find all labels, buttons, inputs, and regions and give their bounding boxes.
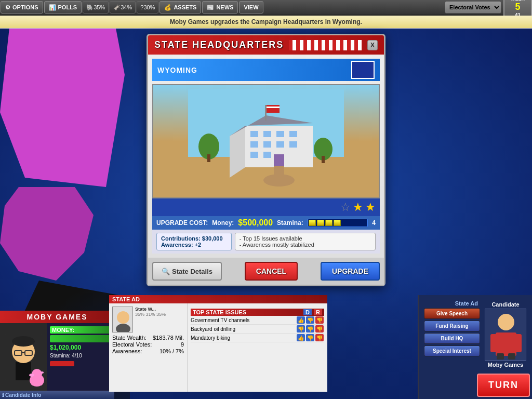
svg-rect-5 [322, 156, 325, 163]
upgrade-cost-bar: UPGRADE COST: Money: $500,000 Stamina: 4 [152, 216, 380, 230]
state-flag [351, 61, 375, 79]
news-button[interactable]: 📰 NEWS [202, 1, 238, 14]
modal-overlay: STATE HEADQUARTERS X WYOMING [0, 29, 532, 399]
options-icon: ⚙ [5, 4, 10, 11]
modal-actions: 🔍 State Details CANCEL UPGRADE [148, 258, 384, 285]
svg-rect-14 [250, 141, 258, 148]
electoral-votes-select[interactable]: Electoral Votes [445, 1, 501, 14]
modal-close-button[interactable]: X [367, 40, 378, 50]
view-button[interactable]: VIEW [239, 1, 263, 14]
building-image [152, 84, 380, 198]
stamina-number: 4 [372, 219, 376, 227]
contributions-box: Contributions: $30,000 Awareness: +2 [156, 233, 232, 250]
star-empty-1: ☆ [340, 201, 351, 214]
polls-icon: 📊 [49, 4, 56, 11]
upgrade-button[interactable]: UPGRADE [321, 262, 380, 281]
upgrade-money-value: $500,000 [238, 218, 273, 228]
svg-rect-16 [276, 141, 284, 148]
benefits-box: - Top 15 Issues available - Awareness mo… [235, 233, 376, 250]
svg-rect-21 [265, 105, 267, 121]
modal-body: WYOMING [148, 55, 384, 258]
svg-rect-13 [289, 131, 297, 137]
svg-rect-20 [274, 154, 284, 167]
stat2-display: 🫏 34% [110, 1, 136, 14]
assets-icon: 💰 [164, 4, 171, 11]
stamina-block-1 [309, 220, 316, 226]
svg-rect-18 [250, 152, 258, 158]
notification-bar: Moby Games upgrades the Campaign Headqua… [0, 16, 532, 29]
state-headquarters-modal: STATE HEADQUARTERS X WYOMING [147, 34, 385, 286]
cancel-button[interactable]: CANCEL [245, 262, 298, 281]
modal-title: STATE HEADQUARTERS [154, 39, 284, 50]
stamina-block-3 [325, 220, 332, 226]
awareness-text: Awareness: +2 [161, 242, 227, 248]
svg-rect-24 [267, 108, 280, 110]
benefit1-text: - Top 15 Issues available [240, 235, 371, 242]
star-rating: ☆ ★ ★ [152, 198, 380, 216]
svg-rect-11 [263, 131, 271, 137]
svg-rect-19 [263, 152, 271, 158]
modal-header: STATE HEADQUARTERS X [148, 35, 384, 55]
svg-rect-12 [276, 131, 284, 137]
state-name: WYOMING [157, 66, 197, 74]
stat1-display: 🐘 35% [83, 1, 109, 14]
star-filled-1: ★ [353, 201, 363, 214]
svg-rect-15 [263, 141, 271, 148]
assets-button[interactable]: 💰 ASSETS [159, 1, 201, 14]
top-bar: ⚙ OPTIONS 📊 POLLS 🐘 35% 🫏 34% ? 30% 💰 AS… [0, 0, 532, 16]
stamina-block-4 [334, 220, 341, 226]
contributions-text: Contributions: $30,000 [161, 235, 227, 242]
svg-rect-26 [274, 166, 284, 182]
stamina-block-2 [317, 220, 324, 226]
svg-rect-10 [250, 131, 258, 137]
state-details-button[interactable]: 🔍 State Details [152, 262, 222, 281]
svg-rect-17 [289, 141, 297, 148]
svg-rect-23 [267, 107, 280, 108]
search-icon: 🔍 [162, 268, 170, 275]
news-icon: 📰 [207, 4, 214, 11]
stat3-display: ? 30% [137, 1, 158, 14]
state-header: WYOMING [152, 59, 380, 81]
polls-button[interactable]: 📊 POLLS [44, 1, 82, 14]
stamina-bar [308, 219, 368, 227]
info-row: Contributions: $30,000 Awareness: +2 - T… [152, 230, 380, 254]
electoral-select-container: Electoral Votes [445, 1, 501, 14]
star-filled-2: ★ [365, 201, 376, 214]
options-button[interactable]: ⚙ OPTIONS [1, 1, 43, 14]
svg-rect-3 [207, 154, 210, 162]
benefit2-text: - Awareness mostly stabilized [240, 242, 371, 248]
